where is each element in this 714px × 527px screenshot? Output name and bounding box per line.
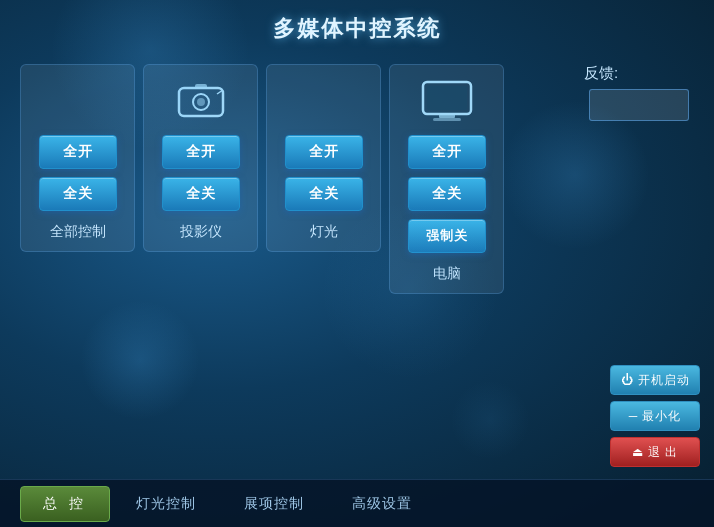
- minimize-button[interactable]: ─ 最小化: [610, 401, 700, 431]
- card-computer: 全开 全关 强制关 电脑: [389, 64, 504, 294]
- projector-icon: [171, 77, 231, 127]
- feedback-label: 反馈:: [584, 64, 618, 83]
- card-all-control: 全开 全关 全部控制: [20, 64, 135, 252]
- exit-label: 退 出: [648, 444, 678, 461]
- svg-point-2: [197, 98, 205, 106]
- computer-force-off-button[interactable]: 强制关: [408, 219, 486, 253]
- all-off-button[interactable]: 全关: [39, 177, 117, 211]
- power-start-label: 开机启动: [638, 372, 690, 389]
- exit-icon: ⏏: [632, 445, 644, 459]
- main-container: 多媒体中控系统 全开 全关 全部控制: [0, 0, 714, 527]
- content-area: 全开 全关 全部控制 全开 全关 投影仪: [0, 54, 714, 304]
- system-buttons: ⏻ 开机启动 ─ 最小化 ⏏ 退 出: [610, 365, 700, 467]
- monitor-icon: [419, 77, 475, 127]
- right-panel: 反馈:: [574, 64, 694, 294]
- projector-off-button[interactable]: 全关: [162, 177, 240, 211]
- tab-advanced-settings[interactable]: 高级设置: [330, 486, 434, 522]
- computer-on-button[interactable]: 全开: [408, 135, 486, 169]
- minimize-label: 最小化: [642, 408, 681, 425]
- tab-total-control[interactable]: 总 控: [20, 486, 110, 522]
- exit-button[interactable]: ⏏ 退 出: [610, 437, 700, 467]
- all-on-button[interactable]: 全开: [39, 135, 117, 169]
- tab-exhibit-control[interactable]: 展项控制: [222, 486, 326, 522]
- computer-label: 电脑: [433, 265, 461, 283]
- power-start-button[interactable]: ⏻ 开机启动: [610, 365, 700, 395]
- all-control-label: 全部控制: [50, 223, 106, 241]
- card-lighting: 全开 全关 灯光: [266, 64, 381, 252]
- app-title: 多媒体中控系统: [0, 0, 714, 54]
- svg-rect-3: [195, 84, 207, 89]
- feedback-display: [589, 89, 689, 121]
- svg-rect-6: [427, 86, 467, 110]
- projector-on-button[interactable]: 全开: [162, 135, 240, 169]
- computer-off-button[interactable]: 全关: [408, 177, 486, 211]
- card-projector: 全开 全关 投影仪: [143, 64, 258, 252]
- svg-rect-8: [433, 118, 461, 121]
- left-panel: 全开 全关 全部控制 全开 全关 投影仪: [20, 64, 574, 294]
- minimize-icon: ─: [629, 409, 639, 423]
- lighting-off-button[interactable]: 全关: [285, 177, 363, 211]
- lighting-label: 灯光: [310, 223, 338, 241]
- tab-bar: 总 控 灯光控制 展项控制 高级设置: [0, 479, 714, 527]
- tab-light-control[interactable]: 灯光控制: [114, 486, 218, 522]
- power-icon: ⏻: [621, 373, 634, 387]
- svg-rect-7: [439, 114, 455, 118]
- projector-label: 投影仪: [180, 223, 222, 241]
- lighting-on-button[interactable]: 全开: [285, 135, 363, 169]
